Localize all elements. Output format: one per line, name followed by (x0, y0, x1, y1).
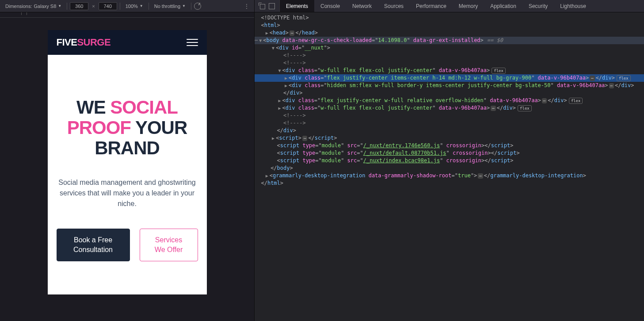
throttling-dropdown[interactable]: No throttling ▼ (152, 3, 188, 10)
dom-node[interactable]: <!----> (255, 52, 644, 59)
device-dimensions-dropdown[interactable]: Dimensions: Galaxy S8 ▼ (3, 3, 64, 10)
dom-node[interactable]: ▶<div class="flex justify-center w-full … (255, 97, 644, 104)
zoom-dropdown[interactable]: 100% ▼ (123, 3, 146, 10)
dom-node[interactable]: <html> (255, 22, 644, 29)
hero-buttons: Book a Free Consultation Services We Off… (57, 229, 198, 262)
dom-node[interactable]: ▼<div class="w-full flex flex-col justif… (255, 67, 644, 74)
device-toolbar: Dimensions: Galaxy S8 ▼ × 100% ▼ No thro… (0, 0, 254, 12)
tab-memory[interactable]: Memory (453, 0, 484, 12)
devtools-tabs: Elements Console Network Sources Perform… (255, 0, 644, 12)
dom-node[interactable]: <script type="module" src="/_nuxt/entry.… (255, 142, 644, 149)
dom-node-selected[interactable]: ⋯▼<body data-new-gr-c-s-check-loaded="14… (255, 37, 644, 44)
book-consultation-button[interactable]: Book a Free Consultation (57, 229, 130, 262)
tab-performance[interactable]: Performance (410, 0, 453, 12)
dom-node[interactable]: <!DOCTYPE html> (255, 14, 644, 22)
dom-node[interactable]: ▼<div id="__nuxt"> (255, 44, 644, 52)
chevron-down-icon: ▼ (140, 4, 143, 8)
dimensions-label: Dimensions: (5, 4, 32, 9)
device-viewport: FIVESURGE WE SOCIAL PROOF YOUR BRAND Soc… (0, 18, 254, 321)
tab-network[interactable]: Network (346, 0, 378, 12)
hero-subtitle: Social media management and ghostwriting… (57, 177, 198, 209)
dom-node[interactable]: ▶<head>⋯</head> (255, 29, 644, 37)
tab-security[interactable]: Security (522, 0, 554, 12)
tab-elements[interactable]: Elements (280, 0, 314, 12)
dom-tree[interactable]: <!DOCTYPE html> <html> ▶<head>⋯</head> ⋯… (255, 12, 644, 321)
ruler (0, 12, 254, 18)
dom-node[interactable]: <!----> (255, 112, 644, 119)
dom-node[interactable]: ▶<grammarly-desktop-integration data-gra… (255, 172, 644, 180)
inspect-element-icon[interactable] (259, 3, 265, 9)
dom-node[interactable]: </div> (255, 127, 644, 134)
device-emulation-panel: Dimensions: Galaxy S8 ▼ × 100% ▼ No thro… (0, 0, 254, 321)
tab-console[interactable]: Console (314, 0, 346, 12)
site-body: WE SOCIAL PROOF YOUR BRAND Social media … (48, 55, 207, 294)
dom-node[interactable]: </div> (255, 89, 644, 97)
more-options-icon[interactable]: ⋮ (241, 3, 252, 10)
height-input[interactable] (99, 2, 117, 10)
dom-node[interactable]: </body> (255, 164, 644, 172)
width-input[interactable] (70, 2, 88, 10)
chevron-down-icon: ▼ (182, 4, 186, 8)
hero-title: WE SOCIAL PROOF YOUR BRAND (57, 97, 198, 159)
tab-application[interactable]: Application (484, 0, 522, 12)
dom-node[interactable]: <script type="module" src="/_nuxt/defaul… (255, 149, 644, 157)
device-frame: FIVESURGE WE SOCIAL PROOF YOUR BRAND Soc… (48, 30, 207, 294)
dom-node[interactable]: ▶<script>⋯</script> (255, 134, 644, 142)
rotate-icon[interactable] (194, 3, 201, 10)
dom-node[interactable]: <script type="module" src="/_nuxt/index.… (255, 157, 644, 164)
services-button[interactable]: Services We Offer (140, 229, 198, 262)
device-toggle-icon[interactable] (269, 3, 275, 9)
dom-node[interactable]: ▶<div class="w-full flex flex-col justif… (255, 104, 644, 112)
dom-node[interactable]: </html> (255, 180, 644, 187)
dom-node-highlighted[interactable]: ▶<div class="flex justify-center items-c… (255, 74, 644, 82)
tab-lighthouse[interactable]: Lighthouse (554, 0, 592, 12)
dom-node[interactable]: <!----> (255, 59, 644, 67)
hamburger-menu-icon[interactable] (187, 39, 198, 46)
tab-sources[interactable]: Sources (378, 0, 410, 12)
chevron-down-icon: ▼ (58, 4, 61, 8)
site-logo[interactable]: FIVESURGE (57, 37, 111, 48)
devtools-panel: Elements Console Network Sources Perform… (254, 0, 644, 321)
dimension-separator: × (90, 4, 96, 9)
site-header: FIVESURGE (48, 30, 207, 55)
device-name: Galaxy S8 (34, 4, 57, 9)
dom-node[interactable]: <!----> (255, 119, 644, 127)
dom-node[interactable]: ▶<div class="hidden sm:flex w-full borde… (255, 82, 644, 89)
